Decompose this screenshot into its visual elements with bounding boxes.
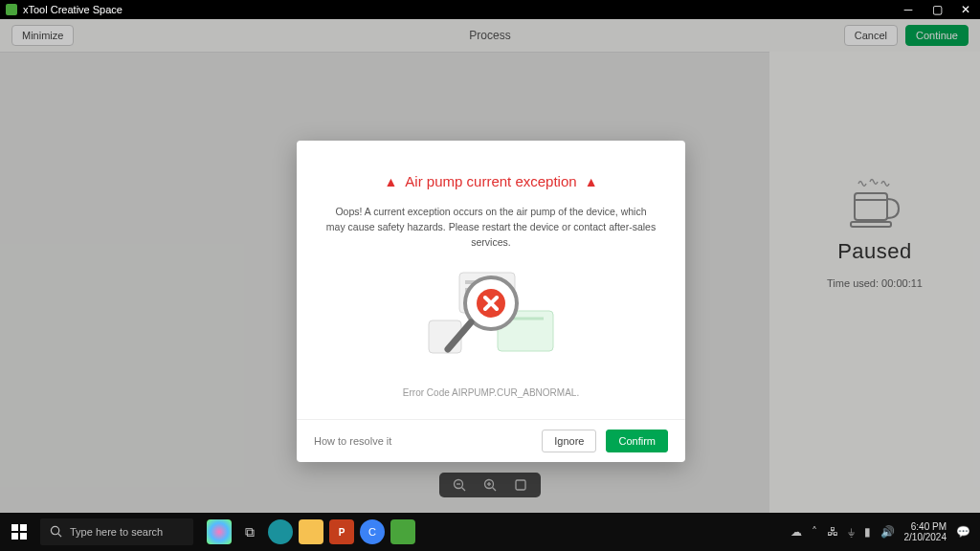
window-minimize-button[interactable]: ─ <box>894 0 923 19</box>
task-view-icon[interactable]: ⧉ <box>237 519 262 544</box>
svg-rect-25 <box>11 533 18 540</box>
search-placeholder: Type here to search <box>70 526 163 538</box>
taskbar-search[interactable]: Type here to search <box>40 518 193 545</box>
window-maximize-button[interactable]: ▢ <box>923 0 951 19</box>
tray-battery-icon[interactable]: ▮ <box>864 525 871 539</box>
powerpoint-icon[interactable]: P <box>329 519 354 544</box>
file-explorer-icon[interactable] <box>299 519 323 544</box>
dialog-title: Air pump current exception <box>405 173 576 189</box>
tray-expand-icon[interactable]: ˄ <box>812 525 817 539</box>
notifications-icon[interactable]: 💬 <box>956 525 970 539</box>
tray-date: 2/10/2024 <box>904 532 947 542</box>
tray-onedrive-icon[interactable]: ☁ <box>791 525 802 539</box>
confirm-button[interactable]: Confirm <box>606 430 668 452</box>
warning-icon: ▲ <box>585 174 598 189</box>
app-c-icon[interactable]: C <box>360 519 385 544</box>
tray-network-icon[interactable]: 🖧 <box>827 525 838 539</box>
svg-line-28 <box>58 533 61 536</box>
app-icon <box>6 4 17 15</box>
how-to-resolve-link[interactable]: How to resolve it <box>314 435 391 447</box>
edge-icon[interactable] <box>268 519 293 544</box>
svg-rect-24 <box>20 524 27 531</box>
xtool-icon[interactable] <box>390 519 415 544</box>
cortana-icon[interactable] <box>207 519 232 544</box>
ignore-button[interactable]: Ignore <box>542 430 596 452</box>
window-title: xTool Creative Space <box>23 0 122 19</box>
search-icon <box>50 525 62 540</box>
taskbar: Type here to search ⧉ P C ☁ ˄ 🖧 ⏚ ▮ 🔊 6:… <box>0 513 980 551</box>
error-code: Error Code AIRPUMP.CUR_ABNORMAL. <box>325 387 657 398</box>
warning-icon: ▲ <box>385 174 398 189</box>
tray-clock[interactable]: 6:40 PM 2/10/2024 <box>904 521 947 542</box>
window-close-button[interactable]: ✕ <box>951 0 980 19</box>
svg-rect-26 <box>20 533 27 540</box>
tray-sound-icon[interactable]: 🔊 <box>880 525 895 539</box>
tray-wifi-icon[interactable]: ⏚ <box>848 525 855 539</box>
dialog-message: Oops! A current exception occurs on the … <box>325 205 657 250</box>
svg-point-27 <box>51 526 58 534</box>
error-dialog: ▲ Air pump current exception ▲ Oops! A c… <box>297 141 685 462</box>
error-illustration <box>410 265 572 370</box>
start-button[interactable] <box>0 513 38 551</box>
tray-time: 6:40 PM <box>904 521 947 532</box>
svg-rect-23 <box>11 524 18 531</box>
